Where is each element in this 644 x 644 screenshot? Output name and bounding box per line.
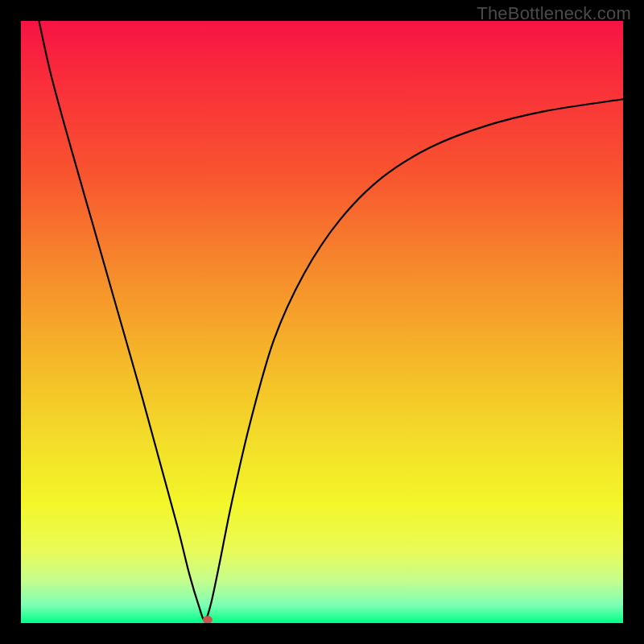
plot-area [21, 21, 623, 623]
chart-background-gradient [21, 21, 623, 623]
figure-frame: TheBottleneck.com [0, 0, 644, 644]
chart-canvas [21, 21, 623, 623]
